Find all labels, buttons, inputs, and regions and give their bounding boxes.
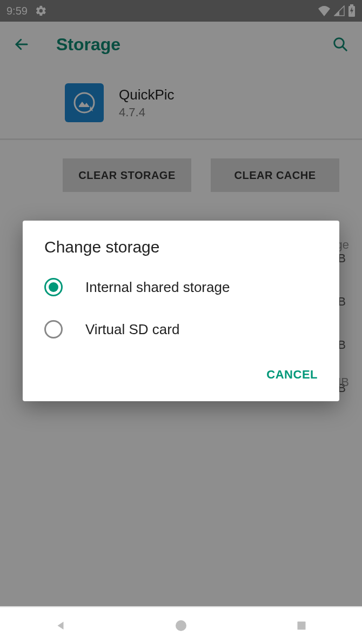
- navigation-bar: [0, 606, 362, 644]
- change-storage-dialog: Change storage Internal shared storage V…: [23, 221, 339, 401]
- radio-option-sdcard[interactable]: Virtual SD card: [23, 308, 339, 350]
- nav-recents-button[interactable]: [291, 615, 312, 636]
- svg-rect-7: [298, 622, 306, 630]
- svg-point-6: [176, 620, 186, 631]
- radio-label: Virtual SD card: [85, 321, 179, 338]
- radio-label: Internal shared storage: [85, 279, 230, 296]
- partial-text: IB: [338, 375, 349, 389]
- nav-back-button[interactable]: [50, 615, 71, 636]
- radio-option-internal[interactable]: Internal shared storage: [23, 266, 339, 308]
- radio-unchecked-icon: [44, 320, 63, 338]
- dialog-title: Change storage: [23, 238, 339, 266]
- nav-home-button[interactable]: [170, 615, 192, 636]
- radio-checked-icon: [44, 278, 63, 296]
- cancel-button[interactable]: CANCEL: [263, 362, 321, 387]
